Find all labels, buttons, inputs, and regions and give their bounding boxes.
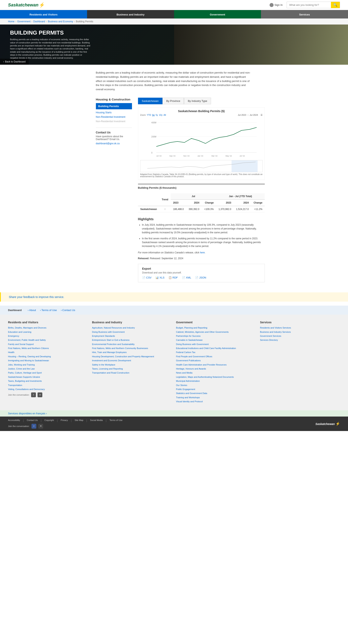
footer-link-investment[interactable]: Investment and Economic Development (92, 359, 172, 362)
footer-nav-about[interactable]: › About (28, 309, 36, 312)
bottom-link-social-media[interactable]: Social Media (90, 419, 103, 422)
footer-link-services-residents[interactable]: Residents and Visitors Services (260, 326, 340, 329)
twitter-icon-bottom[interactable]: ✕ (38, 424, 43, 428)
zoom-5y[interactable]: 5y (156, 114, 158, 116)
breadcrumb-business[interactable]: Business and Economy (48, 20, 73, 23)
zoom-all[interactable]: All (164, 114, 166, 116)
breadcrumb-dashboard[interactable]: Dashboard (33, 20, 45, 23)
bottom-link-terms[interactable]: Terms of Use (110, 419, 123, 422)
bottom-link-privacy[interactable]: Privacy (61, 419, 68, 422)
sign-in-button[interactable]: Sign In (270, 3, 283, 7)
footer-link-justice[interactable]: Justice, Crime and the Law (8, 367, 88, 370)
footer-link-immigrating[interactable]: Immigrating and Moving to Saskatchewan (8, 359, 88, 362)
footer-link-doing-biz-g[interactable]: Doing Business with Government (176, 343, 256, 346)
footer-link-cannabis[interactable]: Cannabis in Saskatchewan (176, 338, 256, 342)
bottom-link-contact[interactable]: Contact Us (27, 419, 38, 422)
footer-link-jobs[interactable]: Jobs, Working and Training (8, 363, 88, 366)
breadcrumb-government[interactable]: Government (17, 20, 30, 23)
footer-link-housing-dev[interactable]: Housing Development, Construction and Pr… (92, 355, 172, 358)
export-xml[interactable]: 📄 XML (182, 276, 191, 279)
facebook-icon-footer[interactable]: f (31, 392, 36, 397)
footer-link-agriculture[interactable]: Agriculture, Natural Resources and Indus… (92, 326, 172, 329)
footer-link-partnerships[interactable]: Partnerships for Success (176, 334, 256, 338)
contact-email-link[interactable]: dashboard@gov.sk.ca (96, 142, 120, 145)
col-2023-jul: 2023 (171, 200, 186, 206)
bottom-link-accessibility[interactable]: Accessibility (8, 419, 20, 422)
footer-link-statistics[interactable]: Statistics and Government Data (176, 392, 256, 395)
footer-link-visual-identity[interactable]: Visual Identity and Protocol (176, 400, 256, 403)
footer-link-find-people[interactable]: Find People and Government Offices (176, 355, 256, 358)
footer-link-emergency[interactable]: Emergency (8, 334, 88, 338)
zoom-ytd[interactable]: YTD (147, 114, 151, 116)
footer-link-first-nations-b[interactable]: First Nations, Métis and Northern Commun… (92, 347, 172, 350)
footer-link-public-engagement[interactable]: Public Engagement (176, 388, 256, 391)
footer-link-budget[interactable]: Budget, Planning and Reporting (176, 326, 256, 329)
export-xls[interactable]: 📊 XLS (156, 276, 165, 279)
footer-link-env-prot[interactable]: Environmental Protection and Sustainabil… (92, 343, 172, 346)
nav-government[interactable]: Government (174, 10, 261, 18)
bottom-link-sitemap[interactable]: Site Map (75, 419, 83, 422)
nav-business[interactable]: Business and Industry (87, 10, 174, 18)
footer-link-taxes-r[interactable]: Taxes, Budgeting and Investments (8, 380, 88, 382)
footer-link-cabinet[interactable]: Cabinet, Ministries, Agencies and Other … (176, 330, 256, 334)
footer-link-transportation-r[interactable]: Transportation (8, 384, 88, 387)
footer-link-carbon-tax[interactable]: Federal Carbon Tax (176, 351, 256, 354)
services-francais-link[interactable]: Services disponibles en français › (8, 412, 47, 415)
footer-link-health[interactable]: Health (8, 351, 88, 354)
sidebar-link-non-residential[interactable]: Non-Residential Investment (96, 115, 132, 119)
footer-nav-terms[interactable]: › Terms of Use (40, 309, 57, 312)
footer-link-municipal[interactable]: Municipal Administration (176, 380, 256, 382)
footer-link-voting[interactable]: Voting, Consultations and Democracy (8, 388, 88, 391)
twitter-icon-footer[interactable]: ✕ (37, 392, 42, 397)
chart-tab-province[interactable]: By Province (163, 98, 184, 104)
footer-link-education[interactable]: Education and Learning (8, 330, 88, 334)
footer-link-training[interactable]: Training and Workshops (176, 396, 256, 399)
footer-link-births[interactable]: Births, Deaths, Marriages and Divorces (8, 326, 88, 329)
back-to-dashboard-button[interactable]: ‹ Back to Dashboard (0, 59, 29, 65)
footer-link-family[interactable]: Family and Social Support (8, 343, 88, 346)
footer-link-news[interactable]: News and Media (176, 371, 256, 374)
footer-link-transportation-b[interactable]: Transportation and Road Construction (92, 371, 172, 374)
footer-link-services-government[interactable]: Government Services (260, 334, 340, 338)
footer-link-employment[interactable]: Employment Standards (92, 334, 172, 338)
search-button[interactable]: 🔍 (331, 2, 340, 8)
footer-link-parks[interactable]: Parks, Culture, Heritage and Sport (8, 371, 88, 374)
statistics-canada-link[interactable]: here (200, 251, 205, 254)
footer-link-entrepreneurs[interactable]: Entrepreneurs Start or Exit a Business (92, 338, 172, 342)
footer-link-safety[interactable]: Safety in the Workplace (92, 363, 172, 366)
export-rdf[interactable]: 📋 RDF (169, 276, 178, 279)
export-json[interactable]: 📄 JSON (195, 276, 206, 279)
nav-residents[interactable]: Residents and Visitors (0, 10, 87, 18)
nav-services[interactable]: Services (261, 10, 348, 18)
menu-icon[interactable]: ☰ (261, 114, 263, 116)
bottom-link-copyright[interactable]: Copyright (44, 419, 54, 422)
breadcrumb-home[interactable]: Home (8, 20, 14, 23)
search-input[interactable] (287, 2, 331, 8)
footer-link-legislation[interactable]: Legislation, Maps and Authenticating Not… (176, 376, 256, 378)
zoom-10y[interactable]: 10y (159, 114, 163, 116)
footer-link-heritage[interactable]: Heritage, Honours and Awards (176, 367, 256, 370)
footer-link-first-nations-r[interactable]: First Nations, Métis and Northern Citize… (8, 347, 88, 350)
footer-nav-contact[interactable]: › Contact Us (61, 309, 75, 312)
footer-link-services-business[interactable]: Business and Industry Services (260, 330, 340, 334)
footer-link-educational[interactable]: Educational Institutions and Child Care … (176, 347, 256, 350)
zoom-1y[interactable]: 1y (152, 114, 155, 116)
footer-link-ukraine[interactable]: Saskatchewan Supports Ukraine (8, 376, 88, 378)
facebook-icon-bottom[interactable]: f (31, 424, 36, 428)
footer-link-doing-business[interactable]: Doing Business with Government (92, 330, 172, 334)
sidebar-link-housing-starts[interactable]: Housing Starts (96, 110, 132, 115)
footer-link-hire[interactable]: Hire, Train and Manage Employees (92, 351, 172, 354)
feedback-link[interactable]: Share your feedback to improve this serv… (9, 296, 64, 298)
footer-link-housing[interactable]: Housing – Renting, Owning and Developing (8, 355, 88, 358)
footer-link-our-stories[interactable]: Our Stories (176, 384, 256, 387)
footer-link-health-care[interactable]: Health Care Administration and Provider … (176, 363, 256, 366)
footer-link-gov-pub[interactable]: Government Publications (176, 359, 256, 362)
footer-link-environment[interactable]: Environment, Public Health and Safety (8, 338, 88, 342)
footer-link-taxes-b[interactable]: Taxes, Licensing and Reporting (92, 367, 172, 370)
sidebar-link-non-residential-2[interactable]: Non-Residential Investment (96, 119, 132, 124)
chart-tab-industry[interactable]: By Industry Type (184, 98, 211, 104)
footer-link-services-directory[interactable]: Services Directory (260, 338, 340, 342)
chart-tab-saskatchewan[interactable]: Saskatchewan (138, 98, 163, 104)
export-csv[interactable]: 📄 CSV (142, 276, 152, 279)
highlight-item-2: In the first seven months of 2024, build… (142, 237, 265, 248)
